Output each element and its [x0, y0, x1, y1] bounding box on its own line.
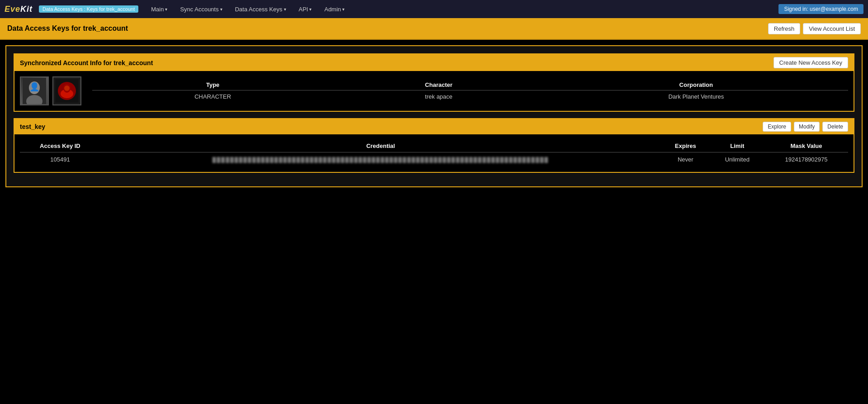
chevron-down-icon: ▾ [309, 7, 311, 12]
brand-eve: Eve [5, 5, 20, 14]
character-value: trek apace [333, 90, 544, 103]
character-avatar: 👤 [20, 76, 49, 105]
navbar: EveKit Data Access Keys : Keys for trek_… [0, 0, 868, 18]
brand-kit: Kit [20, 5, 33, 14]
chevron-down-icon: ▾ [342, 7, 344, 12]
page-title: Data Access Keys for trek_account [7, 24, 128, 33]
svg-text:👤: 👤 [29, 82, 40, 92]
credential-blurred-text: ████████████████████████████████████████… [212, 157, 549, 162]
col-corporation: Corporation [544, 80, 848, 90]
sync-account-body: 👤 [14, 71, 854, 111]
col-mask-value: Mask Value [764, 140, 848, 152]
page-header-actions: Refresh View Account List [768, 23, 861, 34]
table-row: 105491 █████████████████████████████████… [20, 152, 848, 167]
corporation-logo [52, 76, 81, 105]
access-key-card: test_key Explore Modify Delete Access Ke… [14, 118, 854, 173]
access-key-body: Access Key ID Credential Expires Limit M… [14, 134, 854, 172]
signed-in-email: user@example.com [810, 6, 858, 12]
sync-account-card: Synchronized Account Info for trek_accou… [14, 53, 854, 112]
create-new-access-key-button[interactable]: Create New Access Key [774, 57, 848, 68]
explore-button[interactable]: Explore [763, 122, 791, 132]
chevron-down-icon: ▾ [284, 7, 286, 12]
chevron-down-icon: ▾ [165, 7, 167, 12]
col-type: Type [92, 80, 333, 90]
nav-api[interactable]: API ▾ [294, 0, 316, 18]
corporation-logo-image [53, 77, 80, 105]
access-key-name: test_key [20, 123, 45, 130]
chevron-down-icon: ▾ [220, 7, 222, 12]
col-key-id: Access Key ID [20, 140, 100, 152]
signed-in-label: Signed in: [784, 6, 808, 12]
character-avatar-image: 👤 [21, 77, 48, 105]
col-limit: Limit [710, 140, 764, 152]
limit-value: Unlimited [710, 152, 764, 167]
account-data-table: Type Character Corporation CHARACTER tre… [92, 80, 848, 103]
delete-button[interactable]: Delete [822, 122, 848, 132]
page-header: Data Access Keys for trek_account Refres… [0, 18, 868, 40]
sync-account-header: Synchronized Account Info for trek_accou… [14, 54, 854, 71]
nav-data-access-keys[interactable]: Data Access Keys ▾ [231, 0, 291, 18]
refresh-button[interactable]: Refresh [768, 23, 801, 34]
access-keys-table: Access Key ID Credential Expires Limit M… [20, 140, 848, 166]
table-row: CHARACTER trek apace Dark Planet Venture… [92, 90, 848, 103]
nav-main[interactable]: Main ▾ [146, 0, 172, 18]
svg-point-8 [64, 86, 70, 91]
corporation-value: Dark Planet Ventures [544, 90, 848, 103]
expires-value: Never [661, 152, 710, 167]
col-character: Character [333, 80, 544, 90]
access-key-actions: Explore Modify Delete [763, 122, 848, 132]
type-value: CHARACTER [92, 90, 333, 103]
main-content: Synchronized Account Info for trek_accou… [5, 45, 863, 187]
mask-value: 1924178902975 [764, 152, 848, 167]
nav-admin[interactable]: Admin ▾ [320, 0, 349, 18]
key-id-value: 105491 [20, 152, 100, 167]
app-brand: EveKit [5, 5, 33, 14]
modify-button[interactable]: Modify [794, 122, 820, 132]
breadcrumb-badge: Data Access Keys : Keys for trek_account [39, 5, 138, 13]
sync-account-title: Synchronized Account Info for trek_accou… [20, 59, 153, 67]
col-credential: Credential [100, 140, 661, 152]
access-key-header: test_key Explore Modify Delete [14, 119, 854, 134]
col-expires: Expires [661, 140, 710, 152]
account-info-row: 👤 [20, 76, 848, 105]
credential-value: ████████████████████████████████████████… [100, 152, 661, 167]
navbar-right: Signed in: user@example.com [778, 4, 863, 14]
view-account-list-button[interactable]: View Account List [803, 23, 861, 34]
nav-sync-accounts[interactable]: Sync Accounts ▾ [175, 0, 226, 18]
signed-in-button[interactable]: Signed in: user@example.com [778, 4, 863, 14]
